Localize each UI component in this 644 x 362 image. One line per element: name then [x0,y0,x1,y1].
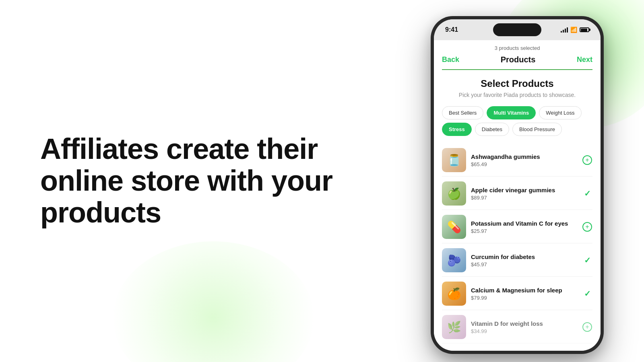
product-list: 🫙 Ashwagandha gummies $65.49 + 🍏 [442,144,592,343]
battery-icon [580,27,589,32]
phone: 9:41 📶 [431,16,604,354]
main-headline: Affiliates create their online store wit… [40,133,342,229]
wifi-icon: 📶 [570,27,577,33]
product-price-calcium: $79.99 [471,295,577,301]
product-action-ashwagandha[interactable]: + [582,155,592,165]
product-name-potassium: Potassium and Vitamin C for eyes [471,220,577,227]
chip-multi-vitamins[interactable]: Multi Vitamins [487,106,536,119]
add-icon-ashwagandha: + [582,155,592,165]
product-price-vitamin-d: $34.99 [471,328,577,334]
nav-back-button[interactable]: Back [442,56,459,64]
product-thumb-ashwagandha: 🫙 [442,148,466,172]
product-info-vitamin-d: Vitamin D for weight loss $34.99 [471,320,577,334]
nav-next-button[interactable]: Next [577,56,592,64]
chip-best-sellers[interactable]: Best Sellers [442,106,483,119]
app-content: 3 products selected Back Products Next S… [434,40,601,351]
product-item-potassium[interactable]: 💊 Potassium and Vitamin C for eyes $25.9… [442,211,592,243]
product-info-potassium: Potassium and Vitamin C for eyes $25.97 [471,220,577,234]
nav-row: Back Products Next [442,55,592,70]
product-price-ashwagandha: $65.49 [471,161,577,167]
left-section: Affiliates create their online store wit… [40,133,342,229]
nav-title: Products [501,55,536,64]
product-item-calcium[interactable]: 🍊 Calcium & Magnesium for sleep $79.99 ✓ [442,278,592,310]
product-thumb-potassium: 💊 [442,215,466,239]
product-price-potassium: $25.97 [471,228,577,234]
product-info-curcumin: Curcumin for diabetes $45.97 [471,253,577,267]
product-item-vitamin-d[interactable]: 🌿 Vitamin D for weight loss $34.99 + [442,311,592,343]
bg-blob-bottom-left [113,241,314,362]
product-info-ashwagandha: Ashwagandha gummies $65.49 [471,153,577,167]
product-item-apple-cider[interactable]: 🍏 Apple cider vinegar gummies $89.97 ✓ [442,177,592,210]
add-icon-vitamin-d: + [582,322,592,332]
product-name-curcumin: Curcumin for diabetes [471,253,577,260]
scroll-area[interactable]: Select Products Pick your favorite Piada… [434,70,601,351]
check-icon-curcumin: ✓ [584,255,591,265]
product-price-curcumin: $45.97 [471,261,577,267]
chip-weight-loss[interactable]: Weight Loss [539,106,581,119]
product-name-ashwagandha: Ashwagandha gummies [471,153,577,160]
status-icons: 📶 [561,27,589,33]
add-icon-potassium: + [582,222,592,232]
select-products-subtitle: Pick your favorite Piada products to sho… [442,92,592,98]
phone-outer: 9:41 📶 [431,16,604,354]
product-thumb-curcumin: 🫐 [442,248,466,272]
product-info-apple-cider: Apple cider vinegar gummies $89.97 [471,187,577,201]
product-name-vitamin-d: Vitamin D for weight loss [471,320,577,327]
chip-blood-pressure[interactable]: Blood Pressure [512,123,562,136]
status-bar: 9:41 📶 [434,19,601,40]
chip-diabetes[interactable]: Diabetes [475,123,509,136]
product-action-calcium[interactable]: ✓ [582,288,592,299]
product-item-curcumin[interactable]: 🫐 Curcumin for diabetes $45.97 ✓ [442,244,592,277]
phone-inner: 9:41 📶 [434,19,601,351]
product-action-potassium[interactable]: + [582,222,592,232]
product-price-apple-cider: $89.97 [471,195,577,201]
signal-bars-icon [561,27,568,33]
product-action-vitamin-d[interactable]: + [582,322,592,332]
filter-chips: Best Sellers Multi Vitamins Weight Loss … [442,106,592,136]
chip-stress[interactable]: Stress [442,123,472,136]
products-selected-text: 3 products selected [442,45,592,51]
product-action-apple-cider[interactable]: ✓ [582,188,592,199]
dynamic-island [493,23,541,36]
check-icon-calcium: ✓ [584,289,591,298]
product-name-apple-cider: Apple cider vinegar gummies [471,187,577,193]
product-thumb-vitamin-d: 🌿 [442,315,466,339]
product-item-ashwagandha[interactable]: 🫙 Ashwagandha gummies $65.49 + [442,144,592,177]
product-thumb-apple-cider: 🍏 [442,181,466,206]
product-action-curcumin[interactable]: ✓ [582,255,592,265]
product-name-calcium: Calcium & Magnesium for sleep [471,287,577,294]
product-info-calcium: Calcium & Magnesium for sleep $79.99 [471,287,577,301]
check-icon-apple-cider: ✓ [584,189,591,198]
product-thumb-calcium: 🍊 [442,282,466,306]
status-time: 9:41 [445,26,458,33]
top-nav: 3 products selected Back Products Next [434,40,601,70]
select-products-title: Select Products [442,78,592,89]
